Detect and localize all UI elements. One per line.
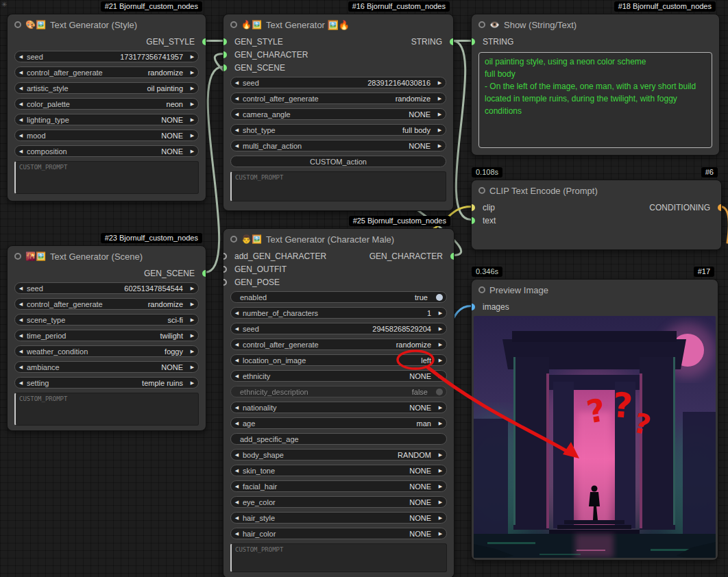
increment-arrow-icon[interactable]: ▶ (186, 365, 198, 370)
decrement-arrow-icon[interactable]: ◀ (231, 500, 243, 505)
increment-arrow-icon[interactable]: ▶ (186, 86, 198, 91)
input-GEN_OUTFIT[interactable]: GEN_OUTFIT (223, 262, 454, 275)
widget-add_specific_age[interactable]: add_specific_age (230, 433, 447, 445)
custom-prompt-textarea[interactable] (230, 543, 447, 572)
port-dot-icon[interactable] (472, 304, 475, 310)
input-text[interactable]: text (472, 214, 721, 227)
port-dot-icon[interactable] (223, 64, 227, 71)
decrement-arrow-icon[interactable]: ◀ (231, 468, 243, 474)
preview-image[interactable] (474, 316, 716, 558)
increment-arrow-icon[interactable]: ▶ (434, 143, 446, 149)
widget-hair_color[interactable]: ◀hair_colorNONE▶ (230, 528, 447, 539)
widget-control_after_generate[interactable]: ◀control_after_generaterandomize▶ (14, 298, 199, 310)
increment-arrow-icon[interactable]: ▶ (434, 96, 446, 101)
decrement-arrow-icon[interactable]: ◀ (15, 149, 27, 154)
increment-arrow-icon[interactable]: ▶ (186, 333, 198, 339)
increment-arrow-icon[interactable]: ▶ (435, 500, 446, 505)
decrement-arrow-icon[interactable]: ◀ (231, 515, 243, 521)
input-add_GEN_CHARACTER[interactable]: add_GEN_CHARACTER (223, 249, 454, 262)
input-images[interactable]: images (472, 300, 718, 313)
widget-setting[interactable]: ◀settingtemple ruins▶ (14, 377, 199, 389)
decrement-arrow-icon[interactable]: ◀ (15, 54, 27, 60)
collapse-dot-icon[interactable] (230, 21, 237, 28)
widget-ambiance[interactable]: ◀ambianceNONE▶ (14, 361, 199, 373)
widget-control_after_generate[interactable]: ◀control_after_generaterandomize▶ (14, 66, 199, 78)
widget-ethnicity[interactable]: ◀ethnicityNONE▶ (230, 370, 447, 382)
widget-control_after_generate[interactable]: ◀control_after_generaterandomize▶ (230, 93, 446, 104)
widget-nationality[interactable]: ◀nationalityNONE▶ (230, 402, 447, 413)
node-titlebar[interactable]: 👁️ Show (String/Text) (472, 14, 719, 35)
decrement-arrow-icon[interactable]: ◀ (15, 117, 27, 123)
input-STRING[interactable]: STRING (472, 35, 719, 48)
widget-enabled[interactable]: enabledtrue (230, 291, 447, 303)
decrement-arrow-icon[interactable]: ◀ (15, 349, 27, 354)
widget-seed[interactable]: ◀seed283912164030816▶ (230, 77, 446, 88)
output-GEN_SCENE[interactable]: GEN_SCENE (8, 267, 206, 280)
node-text-generator-main[interactable]: #16 Bjornulf_custom_nodes 🔥🖼️ Text Gener… (223, 14, 454, 211)
collapse-dot-icon[interactable] (478, 187, 485, 194)
decrement-arrow-icon[interactable]: ◀ (15, 286, 27, 291)
node-titlebar[interactable]: Preview Image (472, 280, 718, 300)
increment-arrow-icon[interactable]: ▶ (186, 302, 198, 307)
port-dot-icon[interactable] (223, 279, 227, 286)
node-clip-text-encode[interactable]: 0.108s #6 CLIP Text Encode (Prompt) clip… (471, 180, 722, 250)
decrement-arrow-icon[interactable]: ◀ (231, 326, 243, 332)
widget-camera_angle[interactable]: ◀camera_angleNONE▶ (230, 108, 446, 120)
increment-arrow-icon[interactable]: ▶ (435, 326, 446, 332)
custom-prompt-textarea[interactable] (14, 393, 199, 426)
port-dot-icon[interactable] (223, 51, 227, 58)
increment-arrow-icon[interactable]: ▶ (435, 358, 446, 363)
widget-seed[interactable]: ◀seed29458268529204▶ (230, 323, 447, 334)
node-titlebar[interactable]: 🎨🖼️ Text Generator (Style) (8, 14, 206, 35)
increment-arrow-icon[interactable]: ▶ (435, 405, 446, 410)
increment-arrow-icon[interactable]: ▶ (186, 101, 198, 107)
widget-CUSTOM_action[interactable]: CUSTOM_action (230, 156, 446, 167)
decrement-arrow-icon[interactable]: ◀ (231, 421, 243, 426)
widget-weather_condition[interactable]: ◀weather_conditionfoggy▶ (14, 345, 199, 357)
increment-arrow-icon[interactable]: ▶ (435, 515, 446, 521)
decrement-arrow-icon[interactable]: ◀ (231, 342, 243, 347)
port-dot-icon[interactable] (202, 38, 206, 45)
decrement-arrow-icon[interactable]: ◀ (15, 380, 27, 386)
widget-age[interactable]: ◀ageman▶ (230, 417, 447, 429)
node-preview-image[interactable]: 0.346s #17 Preview Image images (471, 279, 718, 561)
collapse-dot-icon[interactable] (14, 21, 21, 28)
increment-arrow-icon[interactable]: ▶ (435, 452, 446, 458)
increment-arrow-icon[interactable]: ▶ (435, 373, 446, 379)
increment-arrow-icon[interactable]: ▶ (186, 133, 198, 138)
increment-arrow-icon[interactable]: ▶ (186, 286, 198, 291)
decrement-arrow-icon[interactable]: ◀ (15, 302, 27, 307)
input-GEN_STYLE[interactable]: GEN_STYLE (223, 35, 453, 48)
increment-arrow-icon[interactable]: ▶ (435, 468, 446, 474)
node-show-string-text[interactable]: #18 Bjornulf_custom_nodes 👁️ Show (Strin… (471, 14, 720, 156)
decrement-arrow-icon[interactable]: ◀ (231, 112, 243, 117)
custom-prompt-textarea[interactable] (230, 171, 446, 201)
increment-arrow-icon[interactable]: ▶ (186, 70, 198, 75)
decrement-arrow-icon[interactable]: ◀ (231, 310, 243, 316)
widget-facial_hair[interactable]: ◀facial_hairNONE▶ (230, 480, 447, 492)
decrement-arrow-icon[interactable]: ◀ (231, 405, 243, 410)
node-titlebar[interactable]: 🔥🖼️ Text Generator 🖼️🔥 (223, 14, 453, 35)
widget-body_shape[interactable]: ◀body_shapeRANDOM▶ (230, 449, 447, 461)
toggle-knob-icon[interactable] (436, 389, 443, 395)
decrement-arrow-icon[interactable]: ◀ (231, 96, 243, 101)
widget-control_after_generate[interactable]: ◀control_after_generaterandomize▶ (230, 339, 447, 350)
increment-arrow-icon[interactable]: ▶ (186, 117, 198, 123)
toggle-knob-icon[interactable] (436, 294, 443, 301)
collapse-dot-icon[interactable] (230, 236, 237, 243)
widget-number_of_characters[interactable]: ◀number_of_characters1▶ (230, 307, 447, 319)
increment-arrow-icon[interactable]: ▶ (435, 531, 446, 537)
widget-ethnicity_description[interactable]: ethnicity_descriptionfalse (230, 386, 447, 397)
port-dot-icon[interactable] (472, 217, 475, 224)
increment-arrow-icon[interactable]: ▶ (434, 127, 446, 133)
increment-arrow-icon[interactable]: ▶ (186, 54, 198, 60)
decrement-arrow-icon[interactable]: ◀ (15, 317, 27, 323)
widget-mood[interactable]: ◀moodNONE▶ (14, 130, 199, 141)
node-text-generator-character-male[interactable]: #25 Bjornulf_custom_nodes 👨🖼️ Text Gener… (223, 228, 454, 577)
port-dot-icon[interactable] (202, 270, 206, 277)
input-GEN_SCENE[interactable]: GEN_SCENE (223, 61, 453, 74)
widget-composition[interactable]: ◀compositionNONE▶ (14, 145, 199, 157)
node-text-generator-style[interactable]: #21 Bjornulf_custom_nodes 🎨🖼️ Text Gener… (7, 14, 206, 201)
custom-prompt-textarea[interactable] (14, 161, 199, 194)
decrement-arrow-icon[interactable]: ◀ (15, 101, 27, 107)
